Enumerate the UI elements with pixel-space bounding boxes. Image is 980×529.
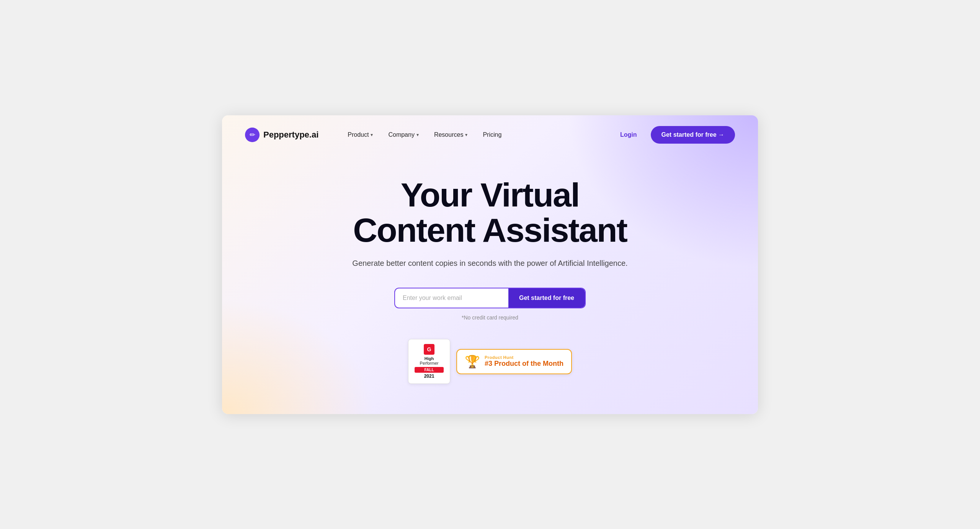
email-input[interactable] xyxy=(395,288,508,308)
g2-high-label: High xyxy=(415,356,444,361)
ph-rank: #3 Product of the Month xyxy=(485,360,564,368)
ph-content: Product Hunt #3 Product of the Month xyxy=(485,355,564,368)
hero-title: Your Virtual Content Assistant xyxy=(237,177,743,248)
nav-company[interactable]: Company ▾ xyxy=(382,128,425,141)
nav-cta-button[interactable]: Get started for free → xyxy=(651,126,735,144)
chevron-down-icon: ▾ xyxy=(416,132,419,138)
g2-year: 2021 xyxy=(415,373,444,379)
chevron-down-icon: ▾ xyxy=(371,132,373,138)
trophy-icon: 🏆 xyxy=(465,354,480,369)
nav-links: Product ▾ Company ▾ Resources ▾ Pricing xyxy=(341,128,614,141)
chevron-down-icon: ▾ xyxy=(465,132,467,138)
email-form: Get started for free xyxy=(394,288,586,308)
logo-icon: ✏ xyxy=(245,128,260,142)
nav-pricing[interactable]: Pricing xyxy=(477,128,508,141)
page-wrapper: ✏ Peppertype.ai Product ▾ Company ▾ Reso… xyxy=(222,115,758,414)
ph-label: Product Hunt xyxy=(485,355,564,360)
hero-subtitle: Generate better content copies in second… xyxy=(237,257,743,269)
g2-logo: G xyxy=(424,344,434,355)
badges-row: G High Performer FALL 2021 🏆 Product Hun… xyxy=(237,339,743,384)
nav-actions: Login Get started for free → xyxy=(614,126,735,144)
form-cta-button[interactable]: Get started for free xyxy=(508,288,585,308)
logo-area[interactable]: ✏ Peppertype.ai xyxy=(245,128,318,142)
logo-text: Peppertype.ai xyxy=(263,130,318,140)
navbar: ✏ Peppertype.ai Product ▾ Company ▾ Reso… xyxy=(222,115,758,154)
g2-season: FALL xyxy=(415,367,444,373)
product-hunt-badge: 🏆 Product Hunt #3 Product of the Month xyxy=(456,349,572,374)
nav-resources[interactable]: Resources ▾ xyxy=(428,128,474,141)
nav-product[interactable]: Product ▾ xyxy=(341,128,379,141)
no-credit-text: *No credit card required xyxy=(237,314,743,321)
login-button[interactable]: Login xyxy=(614,128,643,141)
g2-performer-label: Performer xyxy=(415,361,444,365)
g2-badge: G High Performer FALL 2021 xyxy=(408,339,450,384)
hero-content: Your Virtual Content Assistant Generate … xyxy=(222,154,758,400)
email-form-wrapper: Get started for free xyxy=(237,288,743,308)
hero-section: ✏ Peppertype.ai Product ▾ Company ▾ Reso… xyxy=(222,115,758,414)
